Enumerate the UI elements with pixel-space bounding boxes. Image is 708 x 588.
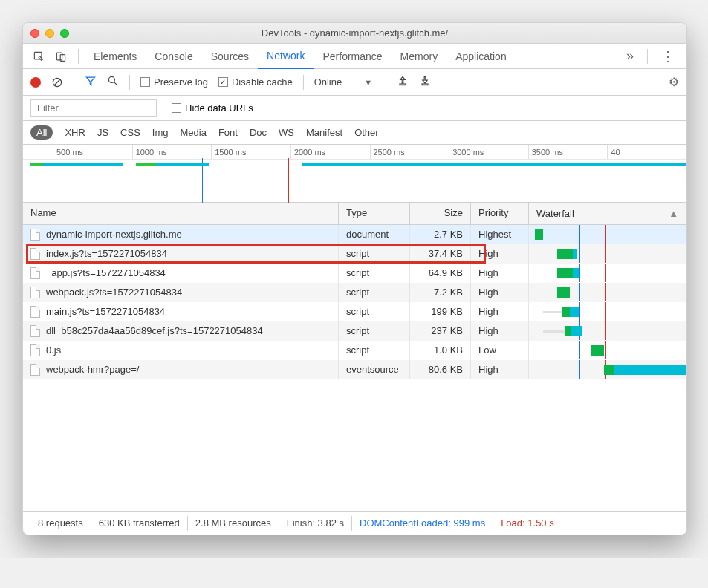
hide-data-urls-label: Hide data URLs — [185, 102, 253, 114]
filter-type-other[interactable]: Other — [354, 127, 379, 138]
table-row[interactable]: dll_b58c257da4aa56d89cef.js?ts=157227105… — [23, 321, 686, 341]
table-row[interactable]: main.js?ts=1572271054834 script 199 KB H… — [23, 302, 686, 321]
cell-priority: High — [471, 283, 529, 302]
cell-size: 1.0 KB — [410, 341, 471, 360]
col-name[interactable]: Name — [23, 203, 339, 224]
cell-name: dynamic-import-nextjs.glitch.me — [23, 225, 339, 244]
timeline-overview[interactable]: 500 ms1000 ms1500 ms2000 ms2500 ms3000 m… — [23, 145, 686, 203]
throttle-select[interactable]: Online ▼ — [314, 76, 375, 88]
filter-type-font[interactable]: Font — [218, 127, 238, 138]
svg-rect-8 — [422, 84, 428, 85]
filter-type-ws[interactable]: WS — [279, 127, 294, 138]
table-header: Name Type Size Priority Waterfall ▲ — [23, 203, 686, 225]
svg-rect-7 — [400, 84, 406, 85]
cell-name: 0.js — [23, 341, 339, 360]
tab-application[interactable]: Application — [446, 44, 516, 69]
table-row[interactable]: dynamic-import-nextjs.glitch.me document… — [23, 225, 686, 244]
window-title: DevTools - dynamic-import-nextjs.glitch.… — [30, 27, 679, 39]
device-toggle-icon[interactable] — [50, 45, 72, 68]
filter-type-img[interactable]: Img — [152, 127, 169, 138]
download-har-icon[interactable] — [419, 75, 431, 89]
filter-type-css[interactable]: CSS — [120, 127, 140, 138]
table-row[interactable]: webpack.js?ts=1572271054834 script 7.2 K… — [23, 283, 686, 302]
filter-type-xhr[interactable]: XHR — [65, 127, 85, 138]
upload-har-icon[interactable] — [397, 75, 409, 89]
svg-rect-1 — [56, 53, 62, 60]
timeline-tick: 500 ms — [53, 145, 132, 159]
timeline-tick: 2500 ms — [370, 145, 449, 159]
cell-waterfall — [529, 264, 686, 283]
cell-type: script — [339, 341, 410, 360]
disable-cache-checkbox[interactable]: ✓Disable cache — [218, 76, 293, 88]
filter-type-doc[interactable]: Doc — [250, 127, 267, 138]
filter-type-manifest[interactable]: Manifest — [306, 127, 342, 138]
svg-line-6 — [114, 82, 117, 85]
close-button[interactable] — [30, 29, 39, 38]
clear-button[interactable] — [51, 76, 63, 88]
table-row[interactable]: 0.js script 1.0 KB Low — [23, 341, 686, 360]
minimize-button[interactable] — [45, 29, 54, 38]
maximize-button[interactable] — [60, 29, 69, 38]
tab-memory[interactable]: Memory — [392, 44, 447, 69]
col-priority[interactable]: Priority — [471, 203, 529, 224]
svg-point-5 — [108, 76, 114, 82]
file-icon — [30, 344, 40, 356]
file-icon — [30, 248, 40, 260]
sort-indicator-icon: ▲ — [669, 208, 678, 219]
filter-input[interactable] — [30, 99, 157, 117]
cell-type: eventsource — [339, 360, 410, 379]
chevron-down-icon: ▼ — [364, 78, 372, 87]
status-transferred: 630 KB transferred — [91, 516, 188, 531]
cell-waterfall — [529, 341, 686, 360]
timeline-tick: 1000 ms — [132, 145, 212, 159]
status-resources: 2.8 MB resources — [188, 516, 279, 531]
cell-waterfall — [529, 225, 686, 244]
timeline-tick: 3000 ms — [449, 145, 528, 159]
cell-waterfall — [529, 321, 686, 341]
status-bar: 8 requests 630 KB transferred 2.8 MB res… — [23, 511, 686, 535]
cell-waterfall — [529, 360, 686, 379]
file-icon — [30, 267, 40, 279]
cell-name: webpack.js?ts=1572271054834 — [23, 283, 339, 302]
tab-console[interactable]: Console — [146, 44, 201, 69]
col-type[interactable]: Type — [339, 203, 410, 224]
hide-data-urls-checkbox[interactable]: Hide data URLs — [172, 102, 253, 114]
cell-size: 199 KB — [410, 302, 471, 321]
record-button[interactable] — [30, 77, 41, 88]
cell-name: webpack-hmr?page=/ — [23, 360, 339, 379]
timeline-tick: 3500 ms — [528, 145, 608, 159]
col-size[interactable]: Size — [410, 203, 471, 224]
search-icon[interactable] — [107, 75, 119, 89]
cell-name: _app.js?ts=1572271054834 — [23, 264, 339, 283]
filter-type-js[interactable]: JS — [97, 127, 108, 138]
more-tabs-icon[interactable]: » — [619, 48, 641, 64]
tab-sources[interactable]: Sources — [202, 44, 258, 69]
table-row[interactable]: index.js?ts=1572271054834 script 37.4 KB… — [23, 244, 686, 264]
gear-icon[interactable]: ⚙ — [669, 75, 679, 89]
requests-table: Name Type Size Priority Waterfall ▲ dyna… — [23, 203, 686, 511]
disable-cache-label: Disable cache — [232, 76, 293, 88]
tab-elements[interactable]: Elements — [85, 44, 146, 69]
tab-performance[interactable]: Performance — [314, 44, 391, 69]
tab-network[interactable]: Network — [258, 44, 314, 69]
panel-tabs: ElementsConsoleSourcesNetworkPerformance… — [23, 44, 686, 69]
file-icon — [30, 306, 40, 318]
inspect-element-icon[interactable] — [27, 45, 50, 68]
cell-priority: High — [471, 302, 529, 321]
timeline-tick: 40 — [607, 145, 686, 159]
cell-type: script — [339, 244, 410, 264]
file-icon — [30, 229, 40, 241]
file-icon — [30, 287, 40, 298]
table-row[interactable]: webpack-hmr?page=/ eventsource 80.6 KB H… — [23, 360, 686, 379]
table-row[interactable]: _app.js?ts=1572271054834 script 64.9 KB … — [23, 264, 686, 283]
cell-priority: Low — [471, 341, 529, 360]
filter-type-media[interactable]: Media — [180, 127, 206, 138]
cell-waterfall — [529, 302, 686, 321]
preserve-log-checkbox[interactable]: Preserve log — [140, 76, 208, 88]
status-requests: 8 requests — [30, 516, 91, 531]
filter-type-all[interactable]: All — [30, 125, 53, 140]
throttle-value: Online — [314, 76, 342, 88]
kebab-menu-icon[interactable]: ⋮ — [654, 48, 682, 65]
filter-toggle-icon[interactable] — [85, 75, 97, 89]
col-waterfall[interactable]: Waterfall ▲ — [529, 203, 686, 224]
